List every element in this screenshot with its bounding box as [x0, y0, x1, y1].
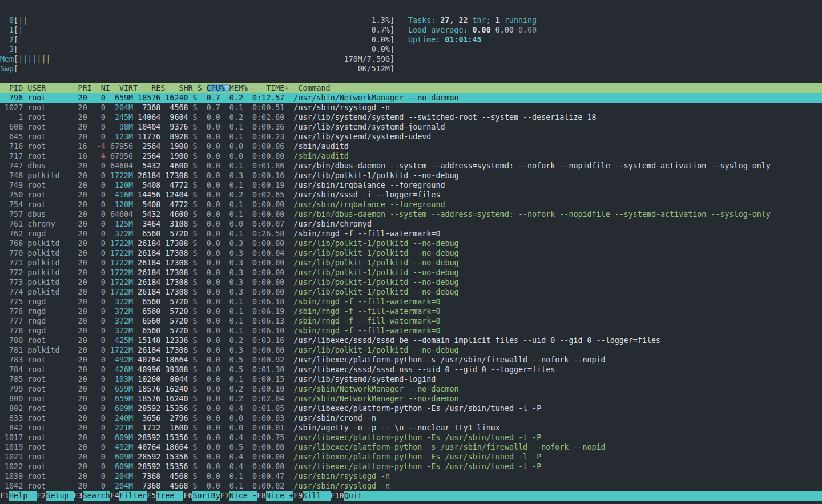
process-row-799[interactable]: 799 root 20 0 659M 18576 16240 S 0.0 0.2… [0, 384, 822, 394]
process-row-778[interactable]: 778 rngd 20 0 372M 6560 5720 S 0.0 0.1 0… [0, 326, 822, 336]
process-row-770[interactable]: 770 polkitd 20 0 1722M 26184 17308 S 0.0… [0, 248, 822, 258]
process-row-761[interactable]: 761 chrony 20 0 125M 3464 3108 S 0.0 0.0… [0, 219, 822, 229]
process-row-775[interactable]: 775 rngd 20 0 372M 6560 5720 S 0.0 0.1 0… [0, 297, 822, 307]
cell-command: /sbin/agetty -o -p -- \u --noclear tty1 … [293, 424, 500, 432]
col-header-pri[interactable]: PRI [78, 84, 92, 92]
process-row-757[interactable]: 757 dbus 20 0 64604 5432 4600 S 0.0 0.1 … [0, 209, 822, 219]
cell-shr: 15356 [165, 433, 188, 442]
text [133, 132, 138, 141]
text [284, 152, 293, 160]
process-row-802[interactable]: 802 root 20 0 609M 28592 15356 S 0.0 0.4… [0, 404, 822, 413]
fn-label-sortby[interactable]: SortBy [192, 491, 220, 501]
cell-mem: 0.5 [225, 443, 243, 451]
process-row-1039[interactable]: 1039 root 20 0 204M 7368 4568 S 0.0 0.1 … [0, 471, 822, 481]
process-row-784[interactable]: 784 root 20 0 426M 40996 39308 S 0.0 0.5… [0, 365, 822, 374]
cell-time: 0:00.00 [248, 453, 284, 461]
cell-shr: 5720 [165, 317, 188, 325]
process-row-842[interactable]: 842 root 20 0 221M 1712 1600 S 0.0 0.0 0… [0, 423, 822, 433]
memory-meter-open-bracket: [ [14, 55, 18, 63]
process-row-768[interactable]: 768 polkitd 20 0 1722M 26184 17308 S 0.0… [0, 239, 822, 248]
process-row-selected-796[interactable]: 796 root 20 0 659M 18576 16240 S 0.7 0.2… [0, 93, 822, 103]
process-row-608[interactable]: 608 root 20 0 98M 10404 9376 S 0.0 0.1 0… [0, 122, 822, 132]
process-row-781[interactable]: 781 polkitd 20 0 1722M 26184 17308 S 0.0… [0, 345, 822, 355]
process-row-717[interactable]: 717 root 16 -4 67956 2564 1900 S 0.0 0.0… [0, 151, 822, 161]
fn-label-help[interactable]: Help [9, 491, 37, 501]
cell-state: S [193, 94, 198, 102]
process-row-749[interactable]: 749 root 20 0 120M 5408 4772 S 0.0 0.1 0… [0, 180, 822, 190]
col-header-time[interactable]: TIME+ [252, 84, 289, 92]
text [106, 297, 110, 306]
cell-pri: 20 [74, 385, 87, 393]
process-row-750[interactable]: 750 root 20 0 416M 14456 12404 S 0.0 0.2… [0, 190, 822, 200]
process-row-773[interactable]: 773 polkitd 20 0 1722M 26184 17308 S 0.0… [0, 277, 822, 287]
text [284, 356, 293, 364]
process-row-771[interactable]: 771 polkitd 20 0 1722M 26184 17308 S 0.0… [0, 258, 822, 268]
process-row-776[interactable]: 776 rngd 20 0 372M 6560 5720 S 0.0 0.1 0… [0, 307, 822, 316]
process-row-762[interactable]: 762 rngd 20 0 372M 6560 5720 S 0.0 0.1 0… [0, 229, 822, 239]
fn-label-setup[interactable]: Setup [46, 491, 73, 501]
col-header-ni[interactable]: NI [96, 84, 110, 92]
fn-label-search[interactable]: Search [83, 491, 110, 501]
cell-pri: 20 [74, 288, 87, 296]
process-row-748[interactable]: 748 polkitd 20 0 1722M 26184 17308 S 0.0… [0, 171, 822, 180]
process-row-1[interactable]: 1 root 20 0 245M 14064 9604 S 0.0 0.2 0:… [0, 112, 822, 122]
col-header-cpu-sorted[interactable]: CPU% [207, 84, 225, 92]
fn-label-nice-[interactable]: Nice + [266, 491, 293, 501]
col-header-state[interactable]: S [198, 84, 202, 92]
cell-cpu: 0.0 [202, 229, 220, 238]
process-row-780[interactable]: 780 root 20 0 425M 15148 12336 S 0.0 0.2… [0, 336, 822, 345]
col-header-command[interactable]: Command [298, 84, 330, 92]
process-row-1042[interactable]: 1042 root 20 0 204M 7368 4568 S 0.0 0.1 … [0, 481, 822, 491]
process-row-800[interactable]: 800 root 20 0 659M 18576 16240 S 0.0 0.2… [0, 394, 822, 404]
process-row-716[interactable]: 716 root 16 -4 67956 2564 1900 S 0.0 0.0… [0, 142, 822, 151]
cpu-meter-2-label: 2 [0, 35, 14, 44]
process-row-1022[interactable]: 1022 root 20 0 609M 28592 15356 S 0.0 0.… [0, 462, 822, 471]
cell-user: root [27, 103, 73, 112]
process-row-1017[interactable]: 1017 root 20 0 609M 28592 15356 S 0.0 0.… [0, 433, 822, 442]
process-row-645[interactable]: 645 root 20 0 123M 11776 8928 S 0.0 0.1 … [0, 132, 822, 142]
col-header-virt[interactable]: VIRT [115, 84, 138, 92]
col-header-mem[interactable]: MEM% [229, 84, 248, 92]
process-row-833[interactable]: 833 root 20 0 240M 3656 2796 S 0.0 0.0 0… [0, 413, 822, 423]
cell-shr: 5720 [165, 297, 188, 306]
text [106, 433, 110, 442]
process-row-1027[interactable]: 1027 root 20 0 204M 7368 4568 S 0.7 0.1 … [0, 103, 822, 112]
fn-label-filter[interactable]: Filter [119, 491, 147, 501]
cell-cpu: 0.7 [202, 94, 220, 102]
sort-direction-icon: ▽ [225, 84, 229, 92]
text [243, 462, 248, 471]
text [87, 414, 92, 422]
fn-label-kill[interactable]: Kill [303, 491, 330, 501]
fn-label-quit[interactable]: Quit [344, 491, 822, 501]
tasks-summary: 27, 22 [440, 16, 468, 25]
text [87, 385, 92, 393]
process-row-785[interactable]: 785 root 20 0 103M 10260 8044 S 0.0 0.1 … [0, 374, 822, 384]
text [87, 365, 92, 374]
process-row-754[interactable]: 754 root 20 0 120M 5408 4772 S 0.0 0.1 0… [0, 200, 822, 209]
process-row-783[interactable]: 783 root 20 0 492M 40764 18664 S 0.0 0.5… [0, 355, 822, 365]
text [220, 472, 225, 481]
col-header-res[interactable]: RES [142, 84, 165, 92]
fn-label-nice-[interactable]: Nice - [229, 491, 257, 501]
process-row-747[interactable]: 747 dbus 20 0 64604 5432 4600 S 0.0 0.1 … [0, 161, 822, 171]
cell-mem: 0.3 [225, 239, 243, 248]
htop-function-bar: F1Help F2Setup F3SearchF4FilterF5Tree F6… [0, 491, 822, 501]
cell-res: 6560 [138, 297, 160, 306]
process-row-772[interactable]: 772 polkitd 20 0 1722M 26184 17308 S 0.0… [0, 268, 822, 277]
cell-virt: 204M [110, 103, 133, 112]
text [23, 171, 27, 180]
fn-label-tree[interactable]: Tree [156, 491, 183, 501]
cell-pid: 761 [0, 220, 23, 228]
process-row-1019[interactable]: 1019 root 20 0 492M 40764 18664 S 0.0 0.… [0, 442, 822, 452]
process-row-774[interactable]: 774 polkitd 20 0 1722M 26184 17308 S 0.0… [0, 287, 822, 297]
cell-command: /usr/lib/polkit-1/polkitd --no-debug [293, 346, 458, 354]
process-row-777[interactable]: 777 rngd 20 0 372M 6560 5720 S 0.0 0.1 0… [0, 316, 822, 326]
cell-shr: 5720 [165, 326, 188, 335]
cell-pid: 1021 [0, 453, 23, 461]
col-header-pid[interactable]: PID [0, 84, 23, 92]
col-header-user[interactable]: USER [27, 84, 73, 92]
text [284, 220, 293, 228]
filler [18, 45, 372, 54]
col-header-shr[interactable]: SHR [170, 84, 192, 92]
process-row-1021[interactable]: 1021 root 20 0 609M 28592 15356 S 0.0 0.… [0, 452, 822, 462]
